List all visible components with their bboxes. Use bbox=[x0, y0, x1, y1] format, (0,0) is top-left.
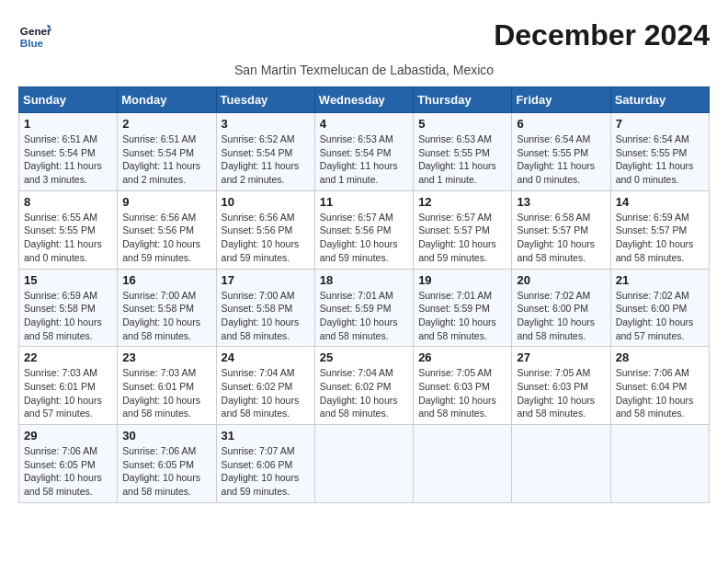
svg-text:General: General bbox=[20, 25, 51, 37]
svg-text:Blue: Blue bbox=[20, 37, 44, 49]
sunset-label: Sunset: 6:05 PM bbox=[24, 459, 96, 470]
day-number: 10 bbox=[222, 195, 310, 209]
sunrise-label: Sunrise: 6:51 AM bbox=[122, 133, 196, 144]
day-number: 29 bbox=[24, 429, 112, 442]
calendar-week-row: 8 Sunrise: 6:55 AM Sunset: 5:55 PM Dayli… bbox=[19, 190, 710, 269]
sunset-label: Sunset: 5:57 PM bbox=[616, 224, 688, 236]
sunset-label: Sunset: 5:57 PM bbox=[517, 224, 588, 236]
calendar-header-wednesday: Wednesday bbox=[314, 87, 413, 113]
calendar-header-sunday: Sunday bbox=[19, 87, 118, 113]
day-number: 28 bbox=[616, 350, 704, 364]
day-info: Sunrise: 7:02 AM Sunset: 6:00 PM Dayligh… bbox=[616, 289, 704, 343]
calendar-cell: 9 Sunrise: 6:56 AM Sunset: 5:56 PM Dayli… bbox=[118, 190, 216, 269]
sunset-label: Sunset: 5:54 PM bbox=[320, 147, 392, 158]
day-info: Sunrise: 6:51 AM Sunset: 5:54 PM Dayligh… bbox=[122, 132, 210, 187]
sunset-label: Sunset: 5:54 PM bbox=[122, 147, 194, 158]
sunset-label: Sunset: 6:03 PM bbox=[418, 381, 490, 392]
logo-icon: General Blue bbox=[18, 18, 51, 52]
sunrise-label: Sunrise: 6:56 AM bbox=[222, 212, 295, 223]
calendar-cell: 12 Sunrise: 6:57 AM Sunset: 5:57 PM Dayl… bbox=[414, 190, 512, 269]
day-info: Sunrise: 7:02 AM Sunset: 6:00 PM Dayligh… bbox=[517, 289, 605, 343]
sunset-label: Sunset: 6:06 PM bbox=[222, 459, 293, 470]
calendar-cell: 1 Sunrise: 6:51 AM Sunset: 5:54 PM Dayli… bbox=[19, 113, 118, 191]
sunrise-label: Sunrise: 6:55 AM bbox=[24, 212, 97, 223]
calendar-week-row: 22 Sunrise: 7:03 AM Sunset: 6:01 PM Dayl… bbox=[19, 347, 710, 425]
sunset-label: Sunset: 5:54 PM bbox=[24, 147, 96, 158]
daylight-label: Daylight: 10 hours and 58 minutes. bbox=[122, 395, 200, 419]
day-number: 1 bbox=[24, 117, 112, 131]
calendar-week-row: 15 Sunrise: 6:59 AM Sunset: 5:58 PM Dayl… bbox=[19, 269, 710, 347]
daylight-label: Daylight: 10 hours and 58 minutes. bbox=[418, 395, 496, 419]
calendar-cell: 11 Sunrise: 6:57 AM Sunset: 5:56 PM Dayl… bbox=[314, 190, 413, 269]
calendar-header-thursday: Thursday bbox=[414, 87, 512, 113]
daylight-label: Daylight: 10 hours and 58 minutes. bbox=[320, 316, 398, 341]
calendar-cell: 5 Sunrise: 6:53 AM Sunset: 5:55 PM Dayli… bbox=[414, 113, 512, 191]
sunrise-label: Sunrise: 6:52 AM bbox=[222, 133, 295, 144]
day-info: Sunrise: 7:00 AM Sunset: 5:58 PM Dayligh… bbox=[222, 289, 310, 343]
day-info: Sunrise: 6:51 AM Sunset: 5:54 PM Dayligh… bbox=[24, 132, 112, 187]
day-number: 20 bbox=[517, 273, 605, 287]
daylight-label: Daylight: 10 hours and 59 minutes. bbox=[122, 238, 200, 263]
sunset-label: Sunset: 5:58 PM bbox=[24, 303, 96, 314]
sunset-label: Sunset: 5:56 PM bbox=[122, 224, 194, 236]
calendar-cell: 14 Sunrise: 6:59 AM Sunset: 5:57 PM Dayl… bbox=[610, 190, 709, 269]
calendar-header-saturday: Saturday bbox=[610, 87, 709, 113]
calendar-cell bbox=[314, 425, 413, 503]
daylight-label: Daylight: 10 hours and 59 minutes. bbox=[418, 238, 496, 263]
daylight-label: Daylight: 10 hours and 58 minutes. bbox=[517, 238, 595, 263]
daylight-label: Daylight: 11 hours and 0 minutes. bbox=[24, 238, 102, 263]
calendar-cell: 17 Sunrise: 7:00 AM Sunset: 5:58 PM Dayl… bbox=[216, 269, 314, 347]
day-info: Sunrise: 7:04 AM Sunset: 6:02 PM Dayligh… bbox=[320, 366, 408, 420]
calendar-cell: 26 Sunrise: 7:05 AM Sunset: 6:03 PM Dayl… bbox=[414, 347, 512, 425]
sunrise-label: Sunrise: 7:02 AM bbox=[517, 290, 590, 301]
calendar-week-row: 29 Sunrise: 7:06 AM Sunset: 6:05 PM Dayl… bbox=[19, 425, 710, 503]
daylight-label: Daylight: 10 hours and 57 minutes. bbox=[616, 316, 694, 341]
day-info: Sunrise: 7:05 AM Sunset: 6:03 PM Dayligh… bbox=[418, 366, 506, 420]
sunset-label: Sunset: 5:54 PM bbox=[222, 147, 293, 158]
day-info: Sunrise: 7:04 AM Sunset: 6:02 PM Dayligh… bbox=[222, 366, 310, 420]
day-number: 8 bbox=[24, 195, 112, 209]
sunset-label: Sunset: 5:55 PM bbox=[24, 224, 96, 236]
daylight-label: Daylight: 10 hours and 58 minutes. bbox=[122, 472, 200, 497]
day-info: Sunrise: 6:57 AM Sunset: 5:56 PM Dayligh… bbox=[320, 211, 408, 265]
day-number: 19 bbox=[418, 273, 506, 287]
day-info: Sunrise: 6:52 AM Sunset: 5:54 PM Dayligh… bbox=[222, 132, 310, 187]
day-number: 27 bbox=[517, 350, 605, 364]
day-number: 26 bbox=[418, 350, 506, 364]
sunset-label: Sunset: 6:05 PM bbox=[122, 459, 194, 470]
day-info: Sunrise: 6:54 AM Sunset: 5:55 PM Dayligh… bbox=[616, 132, 704, 187]
sunset-label: Sunset: 6:00 PM bbox=[616, 303, 688, 314]
calendar-table: SundayMondayTuesdayWednesdayThursdayFrid… bbox=[18, 86, 710, 503]
daylight-label: Daylight: 10 hours and 58 minutes. bbox=[24, 316, 102, 341]
sunset-label: Sunset: 5:55 PM bbox=[517, 147, 588, 158]
calendar-body: 1 Sunrise: 6:51 AM Sunset: 5:54 PM Dayli… bbox=[19, 113, 710, 503]
calendar-cell: 25 Sunrise: 7:04 AM Sunset: 6:02 PM Dayl… bbox=[314, 347, 413, 425]
day-info: Sunrise: 7:06 AM Sunset: 6:05 PM Dayligh… bbox=[24, 444, 112, 499]
sunrise-label: Sunrise: 7:03 AM bbox=[24, 367, 97, 378]
calendar-cell: 3 Sunrise: 6:52 AM Sunset: 5:54 PM Dayli… bbox=[216, 113, 314, 191]
sunrise-label: Sunrise: 6:53 AM bbox=[418, 133, 492, 144]
daylight-label: Daylight: 11 hours and 1 minute. bbox=[418, 160, 496, 185]
calendar-cell bbox=[512, 425, 610, 503]
day-number: 21 bbox=[616, 273, 704, 287]
day-number: 31 bbox=[222, 429, 310, 442]
daylight-label: Daylight: 10 hours and 58 minutes. bbox=[616, 395, 694, 419]
calendar-cell: 7 Sunrise: 6:54 AM Sunset: 5:55 PM Dayli… bbox=[610, 113, 709, 191]
daylight-label: Daylight: 10 hours and 58 minutes. bbox=[616, 238, 694, 263]
sunrise-label: Sunrise: 6:56 AM bbox=[122, 212, 196, 223]
calendar-cell bbox=[610, 425, 709, 503]
calendar-cell: 15 Sunrise: 6:59 AM Sunset: 5:58 PM Dayl… bbox=[19, 269, 118, 347]
sunset-label: Sunset: 5:58 PM bbox=[122, 303, 194, 314]
day-number: 4 bbox=[320, 117, 408, 131]
daylight-label: Daylight: 11 hours and 1 minute. bbox=[320, 160, 398, 185]
sunrise-label: Sunrise: 7:01 AM bbox=[320, 290, 393, 301]
calendar-cell: 24 Sunrise: 7:04 AM Sunset: 6:02 PM Dayl… bbox=[216, 347, 314, 425]
sunrise-label: Sunrise: 6:59 AM bbox=[616, 212, 689, 223]
sunrise-label: Sunrise: 6:54 AM bbox=[517, 133, 590, 144]
calendar-cell: 4 Sunrise: 6:53 AM Sunset: 5:54 PM Dayli… bbox=[314, 113, 413, 191]
sunrise-label: Sunrise: 7:05 AM bbox=[517, 367, 590, 378]
sunrise-label: Sunrise: 7:05 AM bbox=[418, 367, 492, 378]
calendar-cell: 19 Sunrise: 7:01 AM Sunset: 5:59 PM Dayl… bbox=[414, 269, 512, 347]
sunset-label: Sunset: 6:04 PM bbox=[616, 381, 688, 392]
daylight-label: Daylight: 10 hours and 58 minutes. bbox=[418, 316, 496, 341]
